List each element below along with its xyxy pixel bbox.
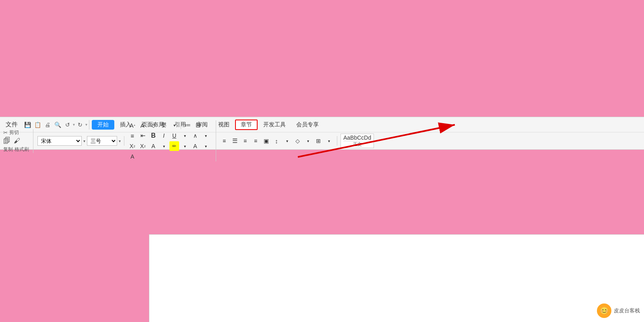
cut-row: ✂ 剪切 [3, 129, 19, 136]
size-dropdown-arrow[interactable]: ▾ [119, 139, 121, 143]
font-style-section: A+ A- ◇ 婴 ▾ ≔ ⊟ ≡ ⇤ B I U ▾ ∧ ▾ X2 X2 A … [128, 120, 216, 161]
columns-btn[interactable]: ▣ [261, 136, 271, 146]
border2-dropdown[interactable]: ▾ [324, 136, 334, 146]
highlight-btn[interactable]: ✏ [169, 141, 179, 151]
menu-bar: 文件 💾 📋 🖨 🔍 ▾ ▾ 开始 插入 页面布局 引用 审阅 视图 章节 开发… [0, 117, 644, 132]
font-dropdown-arrow[interactable]: ▾ [83, 139, 85, 143]
outdent-btn[interactable]: ⇤ [138, 131, 148, 140]
tab-start[interactable]: 开始 [92, 120, 114, 130]
copy-icon[interactable]: 📋 [33, 120, 42, 130]
cut-label: 剪切 [9, 129, 19, 136]
line-spacing-btn[interactable]: ↕ [272, 136, 281, 146]
font-color2-btn[interactable]: A [190, 141, 200, 151]
subscript-btn[interactable]: X2 [138, 141, 148, 151]
font-size-select[interactable]: 三号 [87, 136, 117, 146]
decrease-font-btn[interactable]: A- [138, 120, 148, 130]
underline-dropdown[interactable]: ▾ [180, 131, 190, 140]
copy-doc-icon[interactable]: 🗐 [3, 137, 10, 145]
menu-file[interactable]: 文件 [3, 120, 20, 129]
clear-format-btn[interactable]: ◇ [149, 120, 158, 130]
increase-font-btn[interactable]: A+ [128, 120, 137, 130]
toolbar-quick-icons: 💾 📋 🖨 🔍 ▾ ▾ [21, 120, 89, 130]
underline-btn[interactable]: U [169, 131, 179, 140]
redo-button[interactable] [75, 120, 85, 130]
style-section: AaBbCcDd 正文 [341, 134, 374, 148]
clipboard-labels: 复制 格式刷 [3, 146, 29, 153]
tab-dev[interactable]: 开发工具 [258, 120, 291, 130]
copy-label: 复制 [3, 146, 13, 153]
copy-row: 🗐 🖌 [3, 137, 20, 145]
indent-btn[interactable]: ≡ [128, 131, 137, 140]
clipboard-section: ✂ 剪切 🗐 🖌 复制 格式刷 [3, 129, 33, 153]
undo-button[interactable] [63, 120, 72, 130]
style-label: 正文 [343, 141, 371, 147]
watermark-text: 皮皮台客栈 [614, 307, 640, 314]
align-center-btn[interactable]: ☰ [230, 136, 239, 146]
list-numbered-btn[interactable]: ⊟ [193, 120, 203, 130]
align-left-btn[interactable]: ≡ [219, 136, 229, 146]
font-color-dropdown[interactable]: ▾ [159, 141, 169, 151]
tab-view[interactable]: 视图 [213, 120, 234, 130]
font-color2-dropdown[interactable]: ▾ [201, 141, 211, 151]
shading-btn[interactable]: ◇ [293, 136, 302, 146]
line-spacing-dropdown[interactable]: ▾ [282, 136, 292, 146]
phonetic-dropdown[interactable]: ▾ [169, 120, 179, 130]
redo-dropdown[interactable]: ▾ [85, 122, 87, 127]
list-bullet-btn[interactable]: ≔ [183, 120, 192, 130]
font-color-a-btn[interactable]: A [149, 141, 158, 151]
cut-icon[interactable]: ✂ [3, 130, 8, 136]
format-painter-label: 格式刷 [14, 146, 29, 153]
font-name-select[interactable]: 宋体 [37, 136, 82, 146]
italic-btn[interactable]: I [159, 131, 169, 140]
format-painter-icon[interactable]: 🖌 [14, 137, 20, 144]
document-area[interactable] [149, 234, 644, 322]
border2-btn[interactable]: ⊞ [314, 136, 323, 146]
format-bar: ✂ 剪切 🗐 🖌 复制 格式刷 宋体 ▾ 三号 ▾ A+ [0, 132, 644, 149]
bold-btn[interactable]: B [149, 131, 158, 140]
undo-dropdown[interactable]: ▾ [73, 122, 75, 127]
strikethrough-btn[interactable]: ∧ [190, 131, 200, 140]
toolbar-container: 文件 💾 📋 🖨 🔍 ▾ ▾ 开始 插入 页面布局 引用 审阅 视图 章节 开发… [0, 117, 644, 150]
tab-member[interactable]: 会员专享 [291, 120, 324, 130]
align-right-btn[interactable]: ≡ [240, 136, 250, 146]
tab-chapter[interactable]: 章节 [235, 120, 258, 130]
divider-1 [181, 121, 181, 129]
border-btn[interactable]: A [128, 152, 137, 161]
highlight-dropdown[interactable]: ▾ [180, 141, 190, 151]
phonetic-btn[interactable]: 婴 [159, 120, 169, 130]
style-preview: AaBbCcDd 正文 [341, 134, 374, 148]
para-section: ≡ ☰ ≡ ≡ ▣ ↕ ▾ ◇ ▾ ⊞ ▾ [219, 136, 337, 146]
watermark-icon: 😊 [597, 303, 611, 318]
save-icon[interactable]: 💾 [23, 120, 32, 130]
superscript-btn[interactable]: X2 [128, 141, 137, 151]
style-preview-text: AaBbCcDd [343, 134, 371, 141]
watermark: 😊 皮皮台客栈 [597, 303, 640, 318]
print-icon[interactable]: 🖨 [43, 120, 52, 130]
search-icon[interactable]: 🔍 [53, 120, 62, 130]
align-justify-btn[interactable]: ≡ [251, 136, 260, 146]
strikethrough-dropdown[interactable]: ▾ [201, 131, 211, 140]
font-section: 宋体 ▾ 三号 ▾ [37, 136, 124, 146]
shading-dropdown[interactable]: ▾ [303, 136, 313, 146]
